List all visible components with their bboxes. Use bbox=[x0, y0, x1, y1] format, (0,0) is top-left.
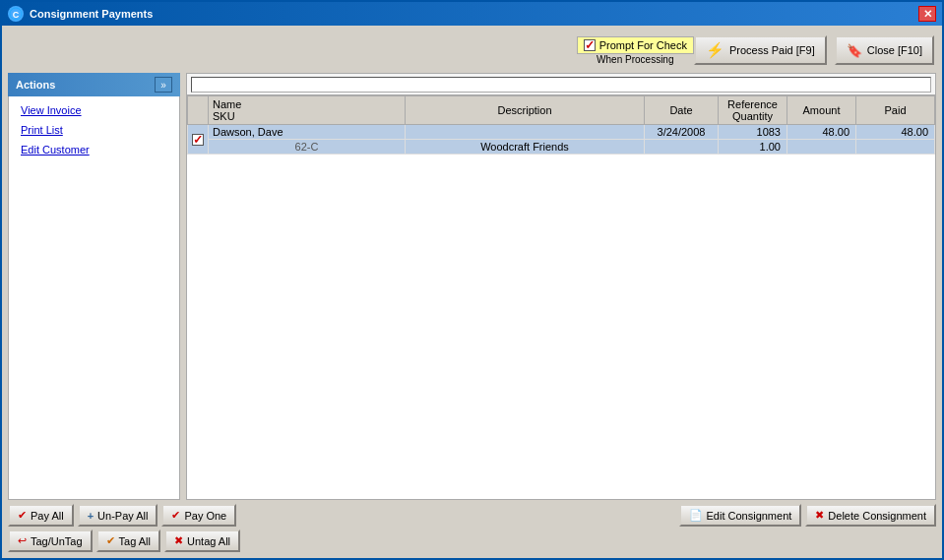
bottom-area: ✔ Pay All + Un-Pay All ✔ Pay One 📄 bbox=[8, 504, 936, 552]
tag-untag-label: Tag/UnTag bbox=[31, 535, 83, 547]
un-pay-all-button[interactable]: + Un-Pay All bbox=[78, 504, 158, 527]
bottom-row2: ↩ Tag/UnTag ✔ Tag All ✖ Untag All bbox=[8, 529, 936, 552]
table-row[interactable]: Dawson, Dave 3/24/2008 1083 48.00 48.00 bbox=[188, 125, 935, 140]
top-buttons: ⚡ Process Paid [F9] 🔖 Close [F10] bbox=[694, 35, 934, 65]
prompt-check-area: Prompt For Check When Processing bbox=[577, 36, 694, 65]
row-sku: 62-C bbox=[209, 140, 406, 155]
right-bottom-row1: 📄 Edit Consignment ✖ Delete Consignment bbox=[679, 504, 937, 527]
main-content: Actions » View Invoice Print List Edit C… bbox=[8, 73, 936, 500]
table-area: Name SKU Description Date Reference Quan… bbox=[186, 73, 936, 500]
title-bar-left: C Consignment Payments bbox=[8, 6, 153, 22]
row-description-sub: Woodcraft Friends bbox=[406, 140, 645, 155]
row-quantity: 1.00 bbox=[719, 140, 787, 155]
close-label: Close [F10] bbox=[867, 44, 922, 56]
tag-all-label: Tag All bbox=[119, 535, 151, 547]
th-paid: Paid bbox=[856, 96, 935, 125]
bookmark-icon: 🔖 bbox=[847, 43, 862, 58]
left-bottom-row1: ✔ Pay All + Un-Pay All ✔ Pay One bbox=[8, 504, 236, 527]
tag-untag-button[interactable]: ↩ Tag/UnTag bbox=[8, 529, 93, 552]
lightning-icon: ⚡ bbox=[706, 41, 724, 59]
sidebar-item-view-invoice[interactable]: View Invoice bbox=[9, 100, 179, 120]
pay-all-icon: ✔ bbox=[18, 509, 27, 522]
prompt-check-text: Prompt For Check bbox=[599, 39, 687, 51]
actions-title: Actions bbox=[16, 79, 55, 91]
prompt-check-label[interactable]: Prompt For Check bbox=[577, 36, 694, 54]
table-row-sub: 62-C Woodcraft Friends 1.00 bbox=[188, 140, 935, 155]
delete-consignment-label: Delete Consignment bbox=[828, 510, 926, 522]
process-paid-label: Process Paid [F9] bbox=[729, 44, 815, 56]
row-date-empty bbox=[645, 140, 719, 155]
pay-all-label: Pay All bbox=[31, 510, 64, 522]
actions-expand-button[interactable]: » bbox=[155, 77, 172, 93]
row-amount-empty bbox=[787, 140, 856, 155]
prompt-check-sub: When Processing bbox=[597, 54, 673, 65]
untag-all-icon: ✖ bbox=[174, 534, 183, 547]
header-row: Prompt For Check When Processing ⚡ Proce… bbox=[8, 31, 936, 69]
delete-consignment-button[interactable]: ✖ Delete Consignment bbox=[805, 504, 936, 527]
close-window-button[interactable]: ✕ bbox=[918, 6, 936, 22]
th-name: Name SKU bbox=[209, 96, 406, 125]
row-name: Dawson, Dave bbox=[209, 125, 406, 140]
actions-header: Actions » bbox=[8, 73, 180, 96]
th-description: Description bbox=[406, 96, 645, 125]
data-table: Name SKU Description Date Reference Quan… bbox=[187, 95, 935, 499]
bottom-row1: ✔ Pay All + Un-Pay All ✔ Pay One 📄 bbox=[8, 504, 936, 527]
window-body: Prompt For Check When Processing ⚡ Proce… bbox=[2, 26, 942, 558]
row-amount: 48.00 bbox=[787, 125, 856, 140]
edit-consignment-label: Edit Consignment bbox=[707, 510, 792, 522]
chevron-up-icon: » bbox=[160, 80, 166, 91]
svg-text:C: C bbox=[13, 10, 20, 20]
consignment-table: Name SKU Description Date Reference Quan… bbox=[187, 95, 935, 155]
tag-untag-icon: ↩ bbox=[18, 534, 27, 547]
search-input[interactable] bbox=[191, 77, 931, 93]
edit-consignment-button[interactable]: 📄 Edit Consignment bbox=[679, 504, 802, 527]
row-paid: 48.00 bbox=[856, 125, 935, 140]
sidebar-item-print-list[interactable]: Print List bbox=[9, 120, 179, 140]
process-paid-button[interactable]: ⚡ Process Paid [F9] bbox=[694, 35, 827, 65]
th-reference: Reference Quantity bbox=[719, 96, 787, 125]
sidebar-item-edit-customer[interactable]: Edit Customer bbox=[9, 140, 179, 159]
untag-all-button[interactable]: ✖ Untag All bbox=[164, 529, 240, 552]
delete-consignment-icon: ✖ bbox=[815, 509, 824, 522]
th-amount: Amount bbox=[787, 96, 856, 125]
th-date: Date bbox=[645, 96, 719, 125]
pay-one-label: Pay One bbox=[184, 510, 226, 522]
row-reference: 1083 bbox=[719, 125, 787, 140]
search-bar bbox=[187, 74, 935, 95]
row-date: 3/24/2008 bbox=[645, 125, 719, 140]
pay-one-button[interactable]: ✔ Pay One bbox=[161, 504, 236, 527]
prompt-check-checkbox[interactable] bbox=[584, 39, 596, 51]
un-pay-all-label: Un-Pay All bbox=[97, 510, 148, 522]
tag-all-icon: ✔ bbox=[106, 534, 115, 547]
row-checkbox[interactable] bbox=[188, 125, 209, 155]
title-bar: C Consignment Payments ✕ bbox=[2, 2, 942, 26]
close-button[interactable]: 🔖 Close [F10] bbox=[835, 35, 934, 65]
row-check-icon bbox=[192, 134, 204, 146]
sidebar: Actions » View Invoice Print List Edit C… bbox=[8, 73, 180, 500]
row-description bbox=[406, 125, 645, 140]
tag-all-button[interactable]: ✔ Tag All bbox=[96, 529, 160, 552]
window-icon: C bbox=[8, 6, 24, 22]
window-title: Consignment Payments bbox=[30, 8, 153, 20]
pay-all-button[interactable]: ✔ Pay All bbox=[8, 504, 74, 527]
main-window: C Consignment Payments ✕ Prompt For Chec… bbox=[0, 0, 944, 560]
un-pay-all-icon: + bbox=[88, 510, 94, 522]
sidebar-items: View Invoice Print List Edit Customer bbox=[8, 96, 180, 500]
th-check bbox=[188, 96, 209, 125]
edit-consignment-icon: 📄 bbox=[689, 509, 703, 522]
untag-all-label: Untag All bbox=[187, 535, 230, 547]
pay-one-icon: ✔ bbox=[171, 509, 180, 522]
row-paid-empty bbox=[856, 140, 935, 155]
